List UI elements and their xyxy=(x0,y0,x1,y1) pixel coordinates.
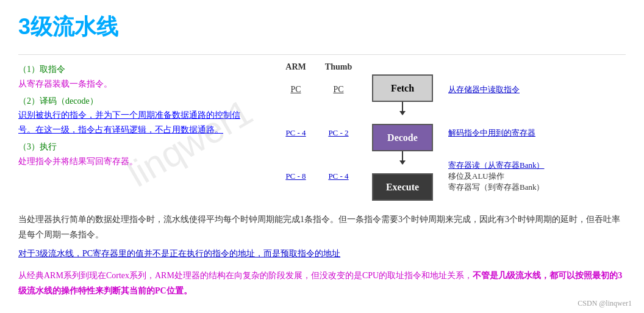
step3-desc: 处理指令并将结果写回寄存器。 xyxy=(18,157,138,166)
step2-label: （2）译码（decode） xyxy=(18,96,98,106)
left-description: （1）取指令 从寄存器装载一条指令。 （2）译码（decode） 识别被执行的指… xyxy=(18,62,250,201)
fetch-label: Fetch xyxy=(391,83,414,94)
bottom-para3-start: 从经典ARM系列到现在Cortex系列，ARM处理器的结构在向复杂的阶段发展，但… xyxy=(18,271,473,280)
pc-row3-arm: PC - 8 xyxy=(281,171,311,181)
fetch-desc: 从存储器中读取指令 xyxy=(448,84,520,95)
arrow-fetch-decode xyxy=(402,102,403,112)
thumb-header: Thumb xyxy=(323,62,354,72)
execute-desc-line1: 寄存器读（从寄存器Bank） xyxy=(448,160,544,171)
pc-row2-thumb: PC - 2 xyxy=(323,128,354,138)
step3-label: （3）执行 xyxy=(18,142,57,151)
bottom-section: 当处理器执行简单的数据处理指令时，流水线使得平均每个时钟周期能完成1条指令。但一… xyxy=(18,212,626,298)
bottom-para2: 对于3级流水线，PC寄存器里的值并不是正在执行的指令的地址，而是预取指令的地址 xyxy=(18,249,340,258)
execute-label: Execute xyxy=(386,182,419,193)
execute-desc-line3: 寄存器写（到寄存器Bank） xyxy=(448,182,544,193)
pc-row2-arm: PC - 4 xyxy=(281,128,311,138)
decode-desc: 解码指令中用到的寄存器 xyxy=(448,128,535,139)
page-title: 3级流水线 xyxy=(18,12,626,42)
bottom-para1: 当处理器执行简单的数据处理指令时，流水线使得平均每个时钟周期能完成1条指令。但一… xyxy=(18,215,620,239)
arrow-decode-execute xyxy=(402,151,403,161)
step1-desc: 从寄存器装载一条指令。 xyxy=(18,79,112,88)
step1-label: （1）取指令 xyxy=(18,65,65,74)
decode-label: Decode xyxy=(387,132,418,143)
fetch-box: Fetch xyxy=(372,74,433,102)
arm-header: ARM xyxy=(281,62,311,72)
pc-row1-thumb: PC xyxy=(323,85,354,95)
execute-desc-line2: 移位及ALU操作 xyxy=(448,171,504,182)
pc-row3-thumb: PC - 4 xyxy=(323,171,354,181)
pc-row1-arm: PC xyxy=(281,85,311,95)
execute-box: Execute xyxy=(372,173,433,201)
step2-desc: 识别被执行的指令，并为下一个周期准备数据通路的控制信号。在这一级，指令占有译码逻… xyxy=(18,110,240,134)
csdn-credit: CSDN @linqwer1 xyxy=(578,299,632,308)
decode-box: Decode xyxy=(372,124,433,151)
